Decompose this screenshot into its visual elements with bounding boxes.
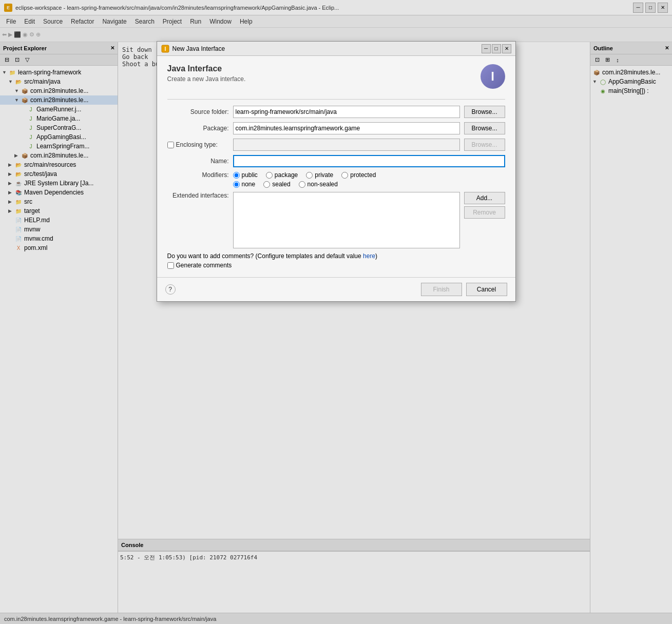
- separator-1: [167, 99, 505, 100]
- name-row: Name:: [167, 155, 505, 167]
- dialog-title-controls: ─ □ ✕: [482, 44, 511, 53]
- extended-interfaces-buttons: Add... Remove: [464, 192, 505, 219]
- enclosing-checkbox-container: Enclosing type:: [167, 141, 229, 148]
- generate-comments-container: Generate comments: [167, 262, 505, 269]
- modifier-public: public: [233, 171, 258, 179]
- modifiers-row: Modifiers: public package pr: [167, 171, 505, 188]
- modifier-nonsealed: non-sealed: [299, 181, 338, 188]
- package-browse-button[interactable]: Browse...: [464, 122, 505, 134]
- cancel-button[interactable]: Cancel: [466, 283, 507, 296]
- comments-section: Do you want to add comments? (Configure …: [167, 252, 505, 269]
- modifier-package-radio[interactable]: [266, 172, 273, 179]
- package-input[interactable]: [233, 122, 460, 134]
- dialog-header-subtitle: Create a new Java interface.: [167, 75, 481, 83]
- enclosing-type-checkbox[interactable]: [167, 142, 174, 148]
- package-row: Package: Browse...: [167, 122, 505, 134]
- remove-interface-button[interactable]: Remove: [464, 206, 505, 219]
- modifier-protected: protected: [341, 171, 376, 179]
- comments-text-before: Do you want to add comments? (Configure …: [167, 252, 363, 260]
- modifier-protected-radio[interactable]: [341, 172, 348, 179]
- package-label: Package:: [167, 125, 229, 132]
- name-label: Name:: [167, 158, 229, 165]
- modifier-sealed-radio[interactable]: [263, 181, 270, 188]
- dialog-body: Java Interface Create a new Java interfa…: [157, 56, 515, 277]
- source-folder-label: Source folder:: [167, 108, 229, 115]
- modifier-nonsealed-label: non-sealed: [308, 181, 338, 188]
- modifier-sealed-label: sealed: [272, 181, 290, 188]
- modifier-none-radio[interactable]: [233, 181, 240, 188]
- generate-comments-label: Generate comments: [176, 262, 232, 269]
- source-folder-browse-button[interactable]: Browse...: [464, 106, 505, 118]
- comments-text-after: ): [375, 252, 377, 260]
- modifier-public-radio[interactable]: [233, 172, 240, 179]
- help-button[interactable]: ?: [165, 284, 176, 295]
- add-interface-button[interactable]: Add...: [464, 192, 505, 204]
- name-input[interactable]: [233, 155, 505, 167]
- enclosing-type-label: Enclosing type:: [176, 141, 218, 148]
- modifier-private-label: private: [315, 171, 333, 179]
- extended-interfaces-row: Extended interfaces: Add... Remove: [167, 192, 505, 248]
- dialog-header-icon: I: [481, 64, 505, 89]
- comments-link[interactable]: here: [363, 252, 375, 260]
- enclosing-type-spacer: Enclosing type:: [167, 141, 229, 148]
- modifiers-row-1: public package private protected: [233, 171, 505, 179]
- comments-text: Do you want to add comments? (Configure …: [167, 252, 505, 260]
- modifier-public-label: public: [242, 171, 258, 179]
- dialog-maximize-button[interactable]: □: [492, 44, 501, 53]
- modifier-protected-label: protected: [350, 171, 376, 179]
- dialog-header: Java Interface Create a new Java interfa…: [167, 64, 505, 89]
- source-folder-row: Source folder: Browse...: [167, 106, 505, 118]
- dialog-header-title: Java Interface: [167, 64, 481, 73]
- dialog-title: New Java Interface: [172, 45, 482, 52]
- modifier-nonsealed-radio[interactable]: [299, 181, 305, 188]
- modifier-none-label: none: [242, 181, 256, 188]
- modifier-sealed: sealed: [263, 181, 290, 188]
- dialog-footer: ? Finish Cancel: [157, 277, 515, 301]
- extended-interfaces-label: Extended interfaces:: [167, 192, 229, 199]
- finish-button[interactable]: Finish: [421, 283, 462, 296]
- modifier-none: none: [233, 181, 256, 188]
- dialog-icon-letter: I: [491, 69, 494, 84]
- source-folder-input[interactable]: [233, 106, 460, 118]
- dialog-icon: I: [161, 45, 169, 53]
- modifier-private-radio[interactable]: [306, 172, 313, 179]
- dialog-minimize-button[interactable]: ─: [482, 44, 491, 53]
- extended-interfaces-input[interactable]: [233, 192, 460, 248]
- modifier-package: package: [266, 171, 298, 179]
- modal-overlay: I New Java Interface ─ □ ✕ Java Interfac…: [0, 0, 672, 624]
- svg-text:I: I: [164, 46, 166, 52]
- modifiers-section: public package private protected: [233, 171, 505, 188]
- new-java-interface-dialog: I New Java Interface ─ □ ✕ Java Interfac…: [157, 41, 516, 302]
- enclosing-type-input[interactable]: [233, 139, 460, 151]
- dialog-header-content: Java Interface Create a new Java interfa…: [167, 64, 481, 83]
- generate-comments-checkbox[interactable]: [167, 262, 174, 269]
- dialog-titlebar: I New Java Interface ─ □ ✕: [157, 42, 515, 56]
- modifiers-label: Modifiers:: [167, 171, 229, 179]
- enclosing-type-row: Enclosing type: Browse...: [167, 139, 505, 151]
- enclosing-type-browse-button[interactable]: Browse...: [464, 139, 505, 151]
- modifier-private: private: [306, 171, 333, 179]
- modifier-package-label: package: [275, 171, 298, 179]
- dialog-close-button[interactable]: ✕: [502, 44, 511, 53]
- modifiers-row-2: none sealed non-sealed: [233, 181, 505, 188]
